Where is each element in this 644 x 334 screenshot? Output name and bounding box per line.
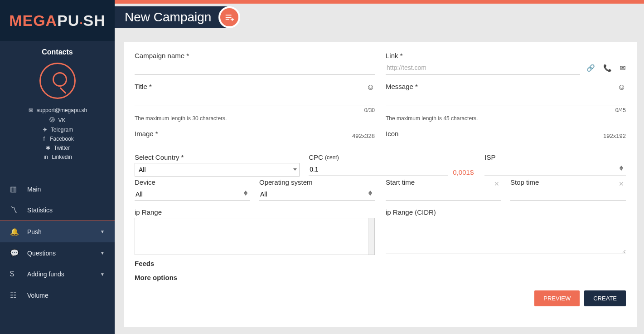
phone-icon[interactable]: 📞 (603, 64, 612, 72)
columns-icon: ☷ (10, 291, 20, 300)
image-label: Image * (135, 130, 158, 138)
message-label: Message * (386, 83, 418, 90)
start-time-input[interactable] (386, 188, 501, 201)
sidebar: MEGAPU.SH Contacts ✉ support@megapu.sh Ⓦ… (0, 0, 115, 334)
ip-range-cidr-label: ip Range (CIDR) (386, 208, 626, 216)
linkedin-icon: in (43, 154, 49, 160)
nav-volume[interactable]: ☷ Volume (0, 285, 115, 306)
ip-range-textarea[interactable] (135, 218, 368, 255)
stop-time-input[interactable] (510, 188, 626, 201)
clear-start-icon[interactable]: ✕ (494, 180, 499, 187)
icon-label: Icon (386, 130, 398, 138)
contact-email[interactable]: ✉ support@megapu.sh (5, 107, 110, 113)
isp-label: ISP (484, 153, 626, 161)
message-input[interactable] (386, 92, 626, 105)
message-help: The maximum length is 45 characters. (386, 115, 626, 122)
contact-telegram[interactable]: ✈ Telegram (5, 127, 110, 133)
bell-icon: 🔔 (10, 227, 20, 236)
ip-range-label: ip Range (135, 208, 375, 216)
nav-questions[interactable]: 💬 Questions ▼ (0, 242, 115, 264)
os-select[interactable]: All (259, 188, 375, 201)
image-dim: 492x328 (352, 133, 375, 139)
bar-chart-icon: ▥ (10, 185, 20, 193)
page-header: New Campaign (115, 4, 644, 31)
vk-icon: Ⓦ (49, 116, 55, 124)
country-label: Select Country * (135, 153, 300, 161)
avatar-icon (39, 63, 76, 99)
contacts-title: Contacts (5, 48, 110, 56)
form-card: Campaign name * Link * 🔗 📞 ✉ (124, 42, 637, 327)
logo[interactable]: MEGAPU.SH (0, 0, 115, 41)
top-accent-bar (115, 0, 644, 4)
nav: ▥ Main 〽 Statistics 🔔 Push ▼ 💬 Questions… (0, 178, 115, 306)
contact-twitter[interactable]: ✱ Twitter (5, 145, 110, 151)
clear-stop-icon[interactable]: ✕ (619, 180, 624, 187)
isp-select[interactable] (484, 163, 626, 176)
logo-dot: . (79, 13, 83, 27)
facebook-icon: f (41, 136, 47, 142)
contact-linkedin[interactable]: in Linkedin (5, 154, 110, 160)
link-icon[interactable]: 🔗 (586, 64, 595, 72)
chevron-down-icon: ▼ (100, 229, 105, 234)
feeds-heading[interactable]: Feeds (135, 260, 626, 267)
logo-mega: MEGA (9, 12, 57, 29)
chevron-down-icon: ▼ (100, 250, 105, 255)
ip-range-cidr-textarea[interactable] (386, 218, 626, 254)
cpc-input[interactable] (309, 163, 448, 176)
contacts-block: Contacts ✉ support@megapu.sh Ⓦ VK ✈ Tele… (0, 41, 115, 174)
twitter-icon: ✱ (45, 145, 51, 151)
smile-icon[interactable]: ☺ (367, 83, 375, 92)
title-label: Title * (135, 83, 152, 90)
campaign-name-input[interactable] (135, 61, 375, 74)
trend-icon: 〽 (10, 206, 20, 214)
contact-facebook[interactable]: f Facebook (5, 136, 110, 142)
logo-pu: PU (57, 12, 79, 29)
main: New Campaign Campaign name * Link * (115, 0, 644, 334)
cpc-label: CPC (cent) (309, 153, 474, 161)
device-label: Device (135, 178, 250, 186)
logo-sh: SH (83, 12, 106, 29)
preview-button[interactable]: PREVIEW (534, 290, 580, 306)
scrollbar[interactable] (368, 218, 374, 255)
title-input[interactable] (135, 92, 375, 105)
cpc-floor: 0,001$ (453, 168, 474, 176)
nav-push[interactable]: 🔔 Push ▼ (0, 221, 115, 242)
telegram-icon: ✈ (42, 127, 48, 133)
mail-icon: ✉ (28, 107, 34, 113)
link-label: Link * (386, 52, 403, 59)
chevron-down-icon: ▼ (100, 272, 105, 277)
smile-icon[interactable]: ☺ (618, 83, 626, 92)
nav-statistics[interactable]: 〽 Statistics (0, 200, 115, 221)
create-button[interactable]: CREATE (584, 290, 626, 306)
icon-upload[interactable] (386, 139, 626, 145)
page-title: New Campaign (125, 10, 211, 25)
image-upload[interactable] (135, 139, 375, 145)
stop-time-label: Stop time (510, 178, 626, 186)
country-select[interactable]: All (135, 163, 300, 177)
chat-icon: 💬 (10, 249, 20, 257)
contact-vk[interactable]: Ⓦ VK (5, 116, 110, 124)
more-options-heading[interactable]: More options (135, 274, 626, 281)
nav-adding-funds[interactable]: $ Adding funds ▼ (0, 264, 115, 285)
device-select[interactable]: All (135, 188, 250, 201)
os-label: Operating system (259, 178, 375, 186)
icon-dim: 192x192 (603, 133, 626, 139)
envelope-icon[interactable]: ✉ (620, 64, 626, 72)
title-counter: 0/30 (135, 107, 375, 113)
start-time-label: Start time (386, 178, 501, 186)
link-input[interactable] (386, 61, 580, 74)
new-campaign-icon (218, 6, 240, 28)
title-help: The maximum length is 30 characters. (135, 115, 375, 122)
message-counter: 0/45 (386, 107, 626, 113)
campaign-name-label: Campaign name * (135, 52, 375, 59)
dollar-icon: $ (10, 270, 20, 278)
nav-main[interactable]: ▥ Main (0, 178, 115, 200)
